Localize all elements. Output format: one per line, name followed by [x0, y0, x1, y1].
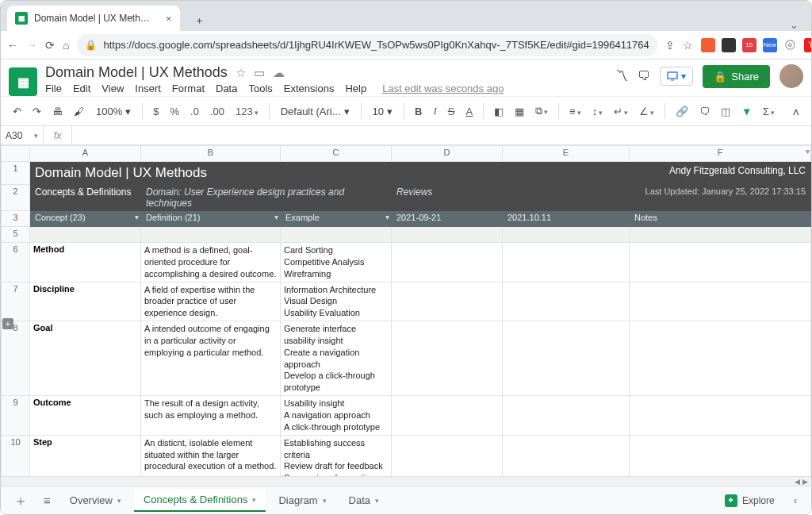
- tabs-dropdown-icon[interactable]: ⌄: [783, 19, 805, 31]
- percent-button[interactable]: %: [166, 102, 183, 121]
- cell[interactable]: An disticnt, isolable element situated w…: [141, 435, 281, 476]
- cell[interactable]: [630, 243, 811, 282]
- account-avatar[interactable]: [779, 64, 803, 88]
- filter-icon[interactable]: ▾: [806, 147, 810, 156]
- cell[interactable]: The result of a design activity, such as…: [141, 396, 281, 436]
- extension-icon[interactable]: Y: [804, 38, 812, 52]
- column-header[interactable]: A: [30, 146, 141, 162]
- zoom-select[interactable]: 100%▾: [91, 106, 136, 117]
- link-button[interactable]: 🔗: [672, 102, 692, 121]
- star-icon[interactable]: ☆: [683, 39, 693, 52]
- cell[interactable]: Definition (21)▾: [141, 211, 281, 227]
- wrap-button[interactable]: ↵▾: [610, 102, 632, 121]
- back-button[interactable]: ←: [7, 39, 18, 52]
- forward-button[interactable]: →: [26, 39, 37, 52]
- cell[interactable]: Generate interface usability insightCrea…: [281, 321, 392, 396]
- row-header[interactable]: 1: [2, 162, 30, 185]
- menu-file[interactable]: File: [45, 83, 62, 94]
- row-header[interactable]: 2: [2, 185, 30, 211]
- cell[interactable]: Goal: [30, 321, 141, 396]
- sheet-tab-diagram[interactable]: Diagram▾: [269, 490, 335, 511]
- cell[interactable]: [630, 396, 811, 436]
- cell[interactable]: [392, 227, 503, 243]
- cell[interactable]: [503, 227, 630, 243]
- move-icon[interactable]: ▭: [254, 66, 265, 80]
- cell[interactable]: ▾: [30, 227, 141, 243]
- home-button[interactable]: ⌂: [63, 39, 69, 52]
- cell[interactable]: 2021.10.11: [503, 211, 630, 227]
- browser-tab[interactable]: ▦ Domain Model | UX Methods - ×: [7, 6, 180, 31]
- column-header[interactable]: B: [141, 146, 281, 162]
- v-align-button[interactable]: ↕▾: [588, 102, 607, 121]
- select-all-cell[interactable]: [2, 146, 30, 162]
- column-header[interactable]: E: [503, 146, 630, 162]
- cell[interactable]: ▾: [141, 227, 281, 243]
- currency-button[interactable]: $: [149, 102, 163, 121]
- cell[interactable]: Reviews: [392, 185, 503, 211]
- sheet-tab-concepts[interactable]: Concepts & Definitions▾: [134, 489, 266, 512]
- filter-button[interactable]: ▼: [737, 102, 756, 121]
- cell[interactable]: Usability insightA navigation approachA …: [281, 396, 392, 436]
- column-header[interactable]: F: [630, 146, 811, 162]
- extension-icon[interactable]: ⦾: [783, 38, 798, 52]
- explore-button[interactable]: ✦Explore: [717, 491, 783, 510]
- cell[interactable]: Andy Fitzgerald Consulting, LLC: [392, 162, 811, 185]
- extension-icon[interactable]: New: [763, 38, 777, 52]
- cell[interactable]: [503, 321, 630, 396]
- menu-edit[interactable]: Edit: [73, 83, 90, 94]
- menu-tools[interactable]: Tools: [248, 83, 272, 94]
- present-button[interactable]: ▾: [660, 67, 693, 86]
- menu-extensions[interactable]: Extensions: [284, 83, 335, 94]
- extension-icon[interactable]: [701, 38, 715, 52]
- close-icon[interactable]: ×: [166, 13, 172, 25]
- doc-title[interactable]: Domain Model | UX Methods: [45, 64, 228, 81]
- all-sheets-button[interactable]: ≡: [37, 494, 57, 507]
- functions-button[interactable]: Σ▾: [759, 102, 779, 121]
- cell[interactable]: [630, 282, 811, 321]
- tabs-scroll-left[interactable]: ‹: [786, 494, 805, 506]
- horizontal-scrollbar[interactable]: ◀ ▶: [1, 476, 811, 486]
- strikethrough-button[interactable]: S: [444, 102, 459, 121]
- cell[interactable]: Last Updated: January 25, 2022 17:33:15: [503, 185, 811, 211]
- cell[interactable]: Example▾: [281, 211, 392, 227]
- font-size-select[interactable]: 10▾: [368, 106, 397, 117]
- h-align-button[interactable]: ≡▾: [565, 102, 585, 121]
- row-header[interactable]: 10: [2, 435, 30, 476]
- cell[interactable]: Concept (23)▾: [30, 211, 141, 227]
- row-header[interactable]: 5: [2, 227, 30, 243]
- cell[interactable]: A intended outcome of engaging in a part…: [141, 321, 281, 396]
- increase-decimal-button[interactable]: .00: [206, 102, 228, 121]
- menu-view[interactable]: View: [102, 83, 124, 94]
- activity-icon[interactable]: 〽: [615, 69, 628, 83]
- cell[interactable]: [503, 435, 630, 476]
- share-button[interactable]: 🔒 Share: [703, 65, 770, 88]
- cell[interactable]: [392, 282, 503, 321]
- fill-color-button[interactable]: ◧: [490, 102, 508, 121]
- sheet-tab-overview[interactable]: Overview▾: [60, 490, 131, 511]
- cell[interactable]: Domain: User Experience design practices…: [141, 185, 392, 211]
- decrease-decimal-button[interactable]: .0: [186, 102, 203, 121]
- cell[interactable]: Domain Model | UX Methods: [30, 162, 392, 185]
- row-header[interactable]: 7: [2, 282, 30, 321]
- extension-icon[interactable]: [722, 38, 736, 52]
- bold-button[interactable]: B: [411, 102, 426, 121]
- cell[interactable]: Concepts & Definitions: [30, 185, 141, 211]
- filter-icon[interactable]: ▾: [385, 213, 389, 221]
- column-header[interactable]: D: [392, 146, 503, 162]
- comments-icon[interactable]: 🗨: [638, 69, 650, 83]
- sheet-tab-data[interactable]: Data▾: [339, 490, 389, 511]
- name-box[interactable]: A30▾: [1, 126, 44, 144]
- cell[interactable]: [630, 227, 811, 243]
- cell[interactable]: Information ArchitectureVisual DesignUsa…: [281, 282, 392, 321]
- cell[interactable]: Card SortingCompetitive AnalysisWirefram…: [281, 243, 392, 282]
- borders-button[interactable]: ▦: [511, 102, 528, 121]
- print-button[interactable]: 🖶: [48, 102, 67, 121]
- chart-button[interactable]: ◫: [717, 102, 734, 121]
- collapse-toolbar-button[interactable]: ʌ: [789, 102, 803, 121]
- cell[interactable]: ▾: [281, 227, 392, 243]
- paint-format-button[interactable]: 🖌: [70, 102, 88, 121]
- rotate-button[interactable]: ∠▾: [635, 102, 658, 121]
- menu-data[interactable]: Data: [216, 83, 237, 94]
- address-bar[interactable]: 🔒 https://docs.google.com/spreadsheets/d…: [77, 34, 657, 56]
- cloud-icon[interactable]: ☁: [273, 66, 285, 80]
